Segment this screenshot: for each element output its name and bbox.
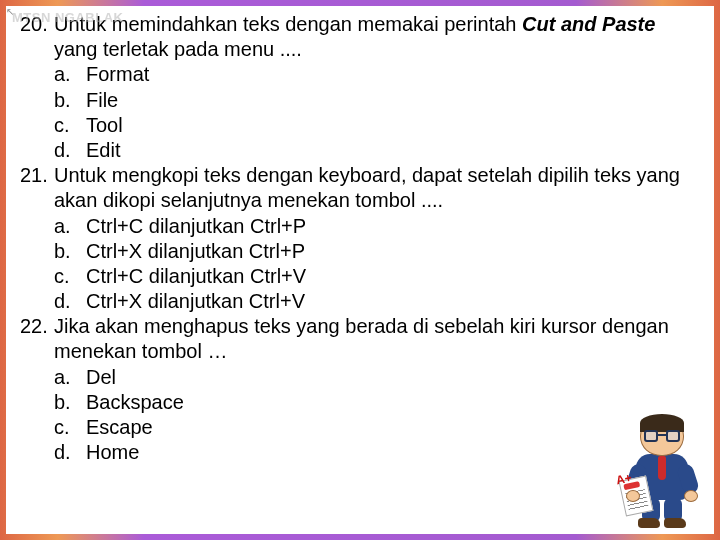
option-letter: c. bbox=[54, 113, 86, 138]
question-text: Jika akan menghapus teks yang berada di … bbox=[54, 314, 700, 364]
option-text: File bbox=[86, 88, 700, 113]
option-letter: a. bbox=[54, 214, 86, 239]
option-row: d.Home bbox=[54, 440, 700, 465]
option-text: Ctrl+X dilanjutkan Ctrl+P bbox=[86, 239, 700, 264]
option-row: c.Ctrl+C dilanjutkan Ctrl+V bbox=[54, 264, 700, 289]
watermark-text: MTSN NGABLAK bbox=[12, 10, 123, 25]
option-letter: a. bbox=[54, 365, 86, 390]
question-20-options: a.Format b.File c.Tool d.Edit bbox=[54, 62, 700, 163]
option-letter: d. bbox=[54, 440, 86, 465]
option-text: Ctrl+X dilanjutkan Ctrl+V bbox=[86, 289, 700, 314]
mascot-icon: A+ bbox=[622, 416, 702, 526]
option-text: Ctrl+C dilanjutkan Ctrl+P bbox=[86, 214, 700, 239]
option-row: c.Escape bbox=[54, 415, 700, 440]
option-letter: c. bbox=[54, 415, 86, 440]
question-22-options: a.Del b.Backspace c.Escape d.Home bbox=[54, 365, 700, 466]
slide-frame: ↖ MTSN NGABLAK 20. Untuk memindahkan tek… bbox=[0, 0, 720, 540]
option-letter: a. bbox=[54, 62, 86, 87]
option-text: Tool bbox=[86, 113, 700, 138]
option-text: Del bbox=[86, 365, 700, 390]
option-text: Escape bbox=[86, 415, 700, 440]
option-text: Ctrl+C dilanjutkan Ctrl+V bbox=[86, 264, 700, 289]
option-row: b.File bbox=[54, 88, 700, 113]
q20-text-pre: Untuk memindahkan teks dengan memakai pe… bbox=[54, 13, 522, 35]
question-number: 22. bbox=[20, 314, 54, 364]
option-letter: b. bbox=[54, 88, 86, 113]
option-text: Edit bbox=[86, 138, 700, 163]
question-text: Untuk memindahkan teks dengan memakai pe… bbox=[54, 12, 700, 62]
question-21-options: a.Ctrl+C dilanjutkan Ctrl+P b.Ctrl+X dil… bbox=[54, 214, 700, 315]
option-letter: c. bbox=[54, 264, 86, 289]
question-21: 21. Untuk mengkopi teks dengan keyboard,… bbox=[20, 163, 700, 213]
question-22: 22. Jika akan menghapus teks yang berada… bbox=[20, 314, 700, 364]
option-text: Backspace bbox=[86, 390, 700, 415]
option-letter: d. bbox=[54, 289, 86, 314]
slide-inner: ↖ MTSN NGABLAK 20. Untuk memindahkan tek… bbox=[6, 6, 714, 534]
q20-text-emph: Cut and Paste bbox=[522, 13, 655, 35]
option-letter: d. bbox=[54, 138, 86, 163]
option-text: Format bbox=[86, 62, 700, 87]
question-list: 20. Untuk memindahkan teks dengan memaka… bbox=[20, 12, 700, 465]
option-row: d.Ctrl+X dilanjutkan Ctrl+V bbox=[54, 289, 700, 314]
option-letter: b. bbox=[54, 239, 86, 264]
option-row: b.Ctrl+X dilanjutkan Ctrl+P bbox=[54, 239, 700, 264]
question-number: 21. bbox=[20, 163, 54, 213]
q20-text-post: yang terletak pada menu .... bbox=[54, 38, 302, 60]
option-row: d.Edit bbox=[54, 138, 700, 163]
option-row: b.Backspace bbox=[54, 390, 700, 415]
option-letter: b. bbox=[54, 390, 86, 415]
option-row: a.Format bbox=[54, 62, 700, 87]
option-row: a.Ctrl+C dilanjutkan Ctrl+P bbox=[54, 214, 700, 239]
option-row: c.Tool bbox=[54, 113, 700, 138]
option-row: a.Del bbox=[54, 365, 700, 390]
question-text: Untuk mengkopi teks dengan keyboard, dap… bbox=[54, 163, 700, 213]
option-text: Home bbox=[86, 440, 700, 465]
